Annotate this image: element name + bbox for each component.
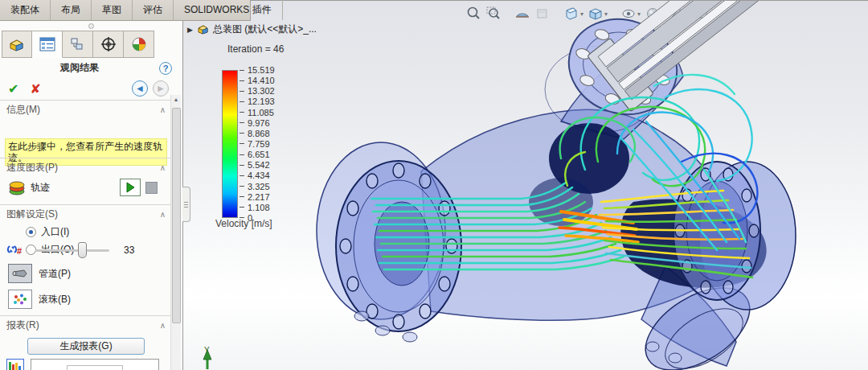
inlet-radio-label: 入口(I) <box>41 225 69 239</box>
point-count-row: # 33 <box>6 243 167 257</box>
outlet-flange <box>674 162 796 310</box>
breadcrumb[interactable]: ▶ 总装图 (默认<<默认>_... <box>187 23 317 36</box>
inlet-radio-row[interactable]: 入口(I) <box>26 225 69 239</box>
section-info[interactable]: 信息(M) ∧ <box>6 103 166 117</box>
report-preview-inner <box>67 365 123 370</box>
legend-value: 3.325 <box>248 182 270 191</box>
display-manager-icon <box>131 36 147 52</box>
section-velocity-plots[interactable]: 速度图表(P) ∧ <box>6 161 166 175</box>
velocity-legend: 15.519 14.410 13.302 12.193 11.085 9.976… <box>222 65 275 223</box>
report-preview-row <box>6 359 159 370</box>
triad-y-axis: Y <box>203 346 211 369</box>
legend-value: 13.302 <box>248 86 275 96</box>
panel-splitter-handle[interactable] <box>182 187 190 222</box>
legend-value: 14.410 <box>248 76 275 85</box>
manager-tabs <box>2 31 154 58</box>
back-arrow-icon[interactable]: ◄ <box>132 80 148 97</box>
legend-value: 4.434 <box>248 171 270 180</box>
section-plot-settings[interactable]: 图解设定(S) ∧ <box>6 208 166 221</box>
graphics-viewport[interactable]: ▾ ▾ ▾ ▾ ▾ ▾ <box>183 0 868 370</box>
generate-report-button[interactable]: 生成报表(G) <box>27 338 145 355</box>
legend-value: 9.976 <box>248 118 270 128</box>
feature-manager-icon <box>9 38 25 51</box>
rotate-number-icon: # <box>6 243 24 257</box>
section-info-label: 信息(M) <box>6 103 40 117</box>
help-icon[interactable]: ? <box>159 62 172 75</box>
assembly-icon <box>197 24 209 35</box>
dimxpert-icon <box>100 36 117 52</box>
legend-values: 15.519 14.410 13.302 12.193 11.085 9.976… <box>240 65 275 223</box>
pipe-toggle-button[interactable] <box>8 264 32 283</box>
legend-title: Velocity [m/s] <box>215 218 272 229</box>
breadcrumb-label: 总装图 (默认<<默认>_... <box>213 23 317 36</box>
ball-toggle-button[interactable] <box>8 290 32 309</box>
property-manager-panel: 观阅结果 ? ✔ ✘ ◄ ► 信息(M) ∧ 在此步骤中，您查看所产生的速度轨迹… <box>0 21 183 370</box>
tab-assembly[interactable]: 装配体 <box>0 0 51 20</box>
tab-display-manager[interactable] <box>124 31 154 58</box>
tab-feature-manager[interactable] <box>2 31 32 58</box>
section-report[interactable]: 报表(R) ∧ <box>6 319 166 332</box>
slider-value: 33 <box>124 245 134 256</box>
valve-stem <box>588 1 827 112</box>
pipe-row[interactable]: 管道(P) <box>8 264 71 283</box>
forward-arrow-icon[interactable]: ► <box>153 80 169 97</box>
report-thumbnail-icon[interactable] <box>6 359 24 370</box>
cancel-cross-icon[interactable]: ✘ <box>30 81 40 97</box>
chevron-up-icon[interactable]: ∧ <box>160 321 166 330</box>
scrollbar-thumb[interactable] <box>172 108 181 323</box>
legend-value: 8.868 <box>248 129 270 138</box>
tab-solidworks-addins[interactable]: SOLIDWORKS 插件 <box>174 0 283 20</box>
stop-button[interactable] <box>145 182 158 194</box>
chevron-up-icon[interactable]: ∧ <box>160 105 166 114</box>
ball-label: 滚珠(B) <box>39 293 71 306</box>
legend-value: 15.519 <box>248 65 275 75</box>
scroll-up-arrow-icon[interactable]: ▲ <box>171 95 181 105</box>
legend-value: 2.217 <box>248 192 270 202</box>
property-manager-icon <box>39 37 55 51</box>
chevron-up-icon[interactable]: ∧ <box>160 210 166 219</box>
play-icon <box>125 182 136 193</box>
ball-icon <box>12 293 28 306</box>
legend-value: 1.108 <box>248 203 270 212</box>
trajectory-row[interactable]: 轨迹 <box>8 179 169 196</box>
chevron-up-icon[interactable]: ∧ <box>160 163 166 172</box>
panel-actions: ✔ ✘ ◄ ► <box>0 79 183 98</box>
legend-value: 11.085 <box>248 108 274 117</box>
trajectory-label: 轨迹 <box>31 181 50 195</box>
iteration-label: Iteration = 46 <box>227 43 284 55</box>
tab-dimxpert-manager[interactable] <box>93 31 124 58</box>
solidworks-window: ▾ ▾ ▾ ▾ ▾ ▾ <box>0 0 868 370</box>
section-velocity-plots-label: 速度图表(P) <box>6 161 58 175</box>
panel-title-row: 观阅结果 ? <box>0 61 183 75</box>
pipe-icon <box>12 269 28 278</box>
tab-sketch[interactable]: 草图 <box>92 0 133 20</box>
ball-row[interactable]: 滚珠(B) <box>8 290 71 309</box>
legend-value: 5.542 <box>248 160 270 170</box>
configuration-manager-icon <box>70 37 86 51</box>
inlet-radio[interactable] <box>26 227 36 237</box>
legend-value: 7.759 <box>248 139 270 149</box>
color-scale-bar <box>222 70 238 218</box>
point-count-slider[interactable] <box>35 249 109 252</box>
section-plot-settings-label: 图解设定(S) <box>6 208 58 221</box>
legend-value: 12.193 <box>248 97 275 106</box>
slider-thumb[interactable] <box>78 242 87 258</box>
confirm-check-icon[interactable]: ✔ <box>8 81 18 97</box>
panel-title: 观阅结果 <box>0 61 159 75</box>
tab-property-manager[interactable] <box>32 31 63 58</box>
panel-scrollbar[interactable]: ▲ <box>170 95 181 370</box>
pipe-label: 管道(P) <box>39 267 71 281</box>
flow-simulation-model[interactable]: Y <box>183 1 868 370</box>
tab-configuration-manager[interactable] <box>63 31 93 58</box>
expand-arrow-icon[interactable]: ▶ <box>187 26 193 34</box>
panel-collapse-dot[interactable] <box>88 23 94 29</box>
section-report-label: 报表(R) <box>6 319 39 332</box>
ribbon-tab-strip: 装配体 布局 草图 评估 SOLIDWORKS 插件 <box>0 0 251 21</box>
trajectory-plot-icon <box>8 179 26 195</box>
tab-evaluate[interactable]: 评估 <box>133 0 174 20</box>
report-preview-box[interactable] <box>31 359 159 370</box>
tab-layout[interactable]: 布局 <box>51 0 92 20</box>
play-button[interactable] <box>120 179 141 196</box>
svg-text:#: # <box>17 246 22 256</box>
legend-value: 6.651 <box>248 150 270 159</box>
